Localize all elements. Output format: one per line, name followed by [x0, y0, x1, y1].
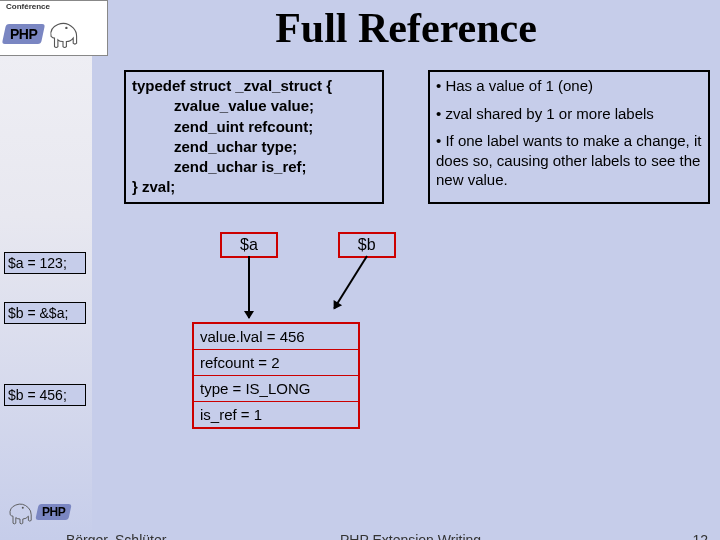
statement-a: $a = 123;	[4, 252, 86, 274]
code-line: } zval;	[132, 177, 376, 197]
arrow-icon	[333, 255, 368, 309]
zval-row: is_ref = 1	[194, 402, 358, 427]
zval-row: refcount = 2	[194, 350, 358, 376]
var-b-label: $b	[358, 236, 376, 253]
php-logo-bottom: PHP	[6, 498, 70, 526]
code-line: zvalue_value value;	[132, 96, 376, 116]
conference-label: Conférence	[6, 3, 50, 11]
svg-point-1	[22, 507, 24, 509]
slide-body: Full Reference typedef struct _zval_stru…	[92, 0, 720, 540]
statement-b-assign: $b = 456;	[4, 384, 86, 406]
zval-state-box: value.lval = 456 refcount = 2 type = IS_…	[192, 322, 360, 429]
statement-b-ref: $b = &$a;	[4, 302, 86, 324]
note-line: • zval shared by 1 or more labels	[436, 104, 702, 124]
php-badge-icon: PHP	[2, 24, 46, 44]
zval-row: value.lval = 456	[194, 324, 358, 350]
elephant-icon	[6, 498, 34, 526]
footer-title: PHP Extension Writing	[340, 532, 481, 540]
code-line: zend_uchar is_ref;	[132, 157, 376, 177]
code-line: typedef struct _zval_struct {	[132, 76, 376, 96]
notes-box: • Has a value of 1 (one) • zval shared b…	[428, 70, 710, 204]
page-number: 12	[692, 532, 708, 540]
var-a-box: $a	[220, 232, 278, 258]
note-line: • If one label wants to make a change, i…	[436, 131, 702, 190]
code-line: zend_uchar type;	[132, 137, 376, 157]
footer-authors: Börger, Schlüter	[66, 532, 166, 540]
code-line: zend_uint refcount;	[132, 117, 376, 137]
var-a-label: $a	[240, 236, 258, 253]
svg-point-0	[66, 27, 68, 29]
elephant-icon	[46, 16, 80, 50]
struct-code-box: typedef struct _zval_struct { zvalue_val…	[124, 70, 384, 204]
note-line: • Has a value of 1 (one)	[436, 76, 702, 96]
php-badge-icon: PHP	[35, 504, 72, 520]
var-b-box: $b	[338, 232, 396, 258]
zval-row: type = IS_LONG	[194, 376, 358, 402]
arrow-icon	[248, 256, 250, 318]
variable-labels: $a $b	[220, 232, 396, 258]
slide-title: Full Reference	[92, 4, 720, 52]
